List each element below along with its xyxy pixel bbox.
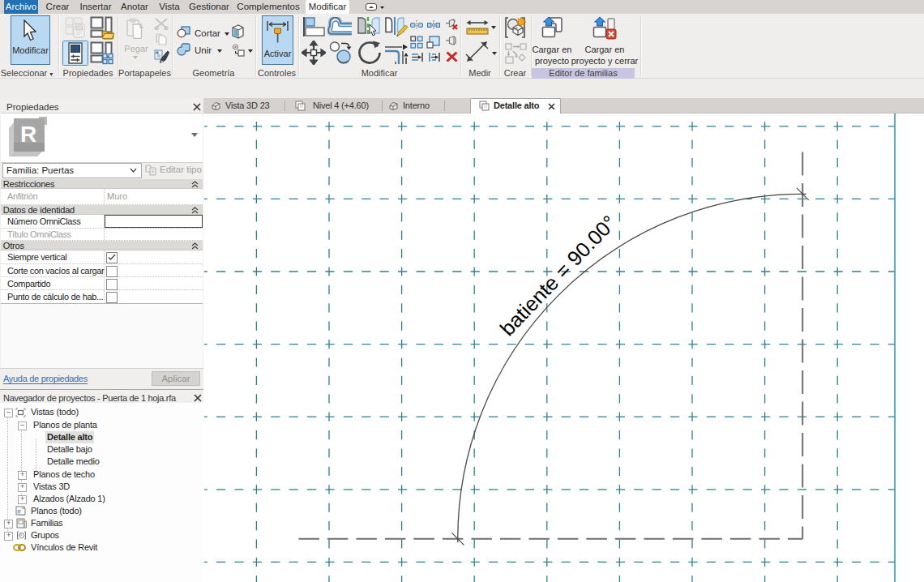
svg-text:R: R <box>20 122 36 147</box>
svg-text:batiente = 90.00°: batiente = 90.00° <box>495 211 620 340</box>
